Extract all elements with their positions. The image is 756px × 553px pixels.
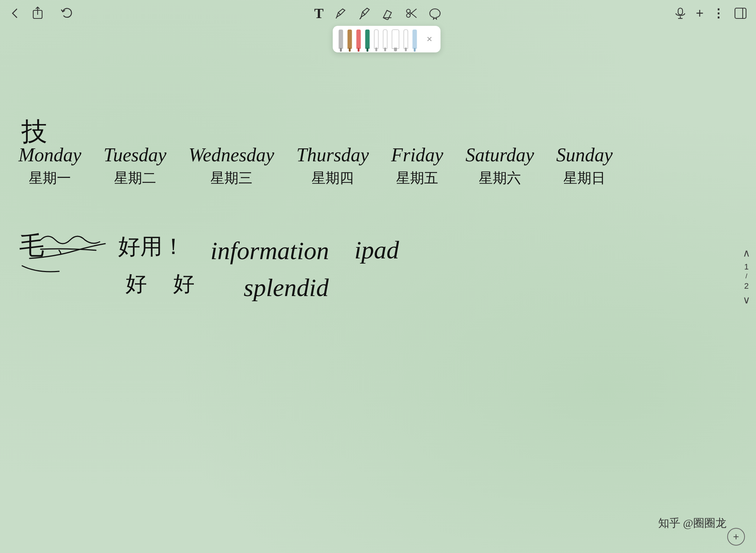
- svg-rect-10: [678, 8, 683, 15]
- squiggle-svg: [37, 225, 118, 255]
- svg-line-8: [410, 9, 417, 14]
- total-pages: 2: [744, 281, 749, 291]
- page-indicator: 1 / 2: [744, 262, 749, 291]
- svg-line-4: [363, 12, 365, 15]
- thursday-chinese: 星期四: [312, 169, 354, 188]
- monday-english: Monday: [18, 144, 81, 166]
- pen-flat[interactable]: [392, 30, 399, 49]
- svg-line-2: [339, 13, 341, 15]
- svg-line-9: [410, 12, 417, 18]
- monday-chinese: 星期一: [29, 169, 71, 188]
- days-of-week: Monday 星期一 Tuesday 星期二 Wednesday 星期三 Thu…: [18, 144, 613, 188]
- toolbar-right: + ⋮: [674, 6, 747, 21]
- day-wednesday: Wednesday 星期三: [189, 144, 274, 188]
- label-good-use: 好用！: [118, 232, 185, 262]
- chevron-up-icon[interactable]: ∧: [743, 247, 750, 259]
- saturday-chinese: 星期六: [479, 169, 521, 188]
- pen-outline-2[interactable]: [383, 30, 387, 49]
- eraser-tool-button[interactable]: [381, 7, 395, 20]
- day-friday: Friday 星期五: [391, 144, 443, 188]
- label-good-good: 好 好: [126, 269, 205, 298]
- share-button[interactable]: [31, 7, 44, 20]
- label-splendid: splendid: [244, 273, 329, 302]
- canvas-area[interactable]: 技 Monday 星期一 Tuesday 星期二 Wednesday 星期三 T…: [0, 0, 756, 553]
- day-tuesday: Tuesday 星期二: [103, 144, 166, 188]
- svg-point-6: [407, 14, 410, 17]
- wednesday-chinese: 星期三: [210, 169, 252, 188]
- sunday-chinese: 星期日: [563, 169, 605, 188]
- sidebar-toggle-button[interactable]: [734, 7, 747, 20]
- thursday-english: Thursday: [296, 144, 369, 166]
- label-ipad: ipad: [354, 236, 399, 265]
- current-page: 1: [744, 262, 749, 272]
- friday-chinese: 星期五: [396, 169, 438, 188]
- day-sunday: Sunday 星期日: [556, 144, 613, 188]
- friday-english: Friday: [391, 144, 443, 166]
- day-monday: Monday 星期一: [18, 144, 81, 188]
- scissors-tool-button[interactable]: [405, 7, 418, 20]
- tuesday-english: Tuesday: [103, 144, 166, 166]
- pen-tool-button[interactable]: [334, 7, 347, 20]
- label-brush-char: 毛: [19, 229, 44, 262]
- handwriting-overlay: [0, 0, 756, 553]
- toolbar-left: [9, 7, 44, 20]
- page-slash: /: [745, 272, 747, 281]
- day-saturday: Saturday 星期六: [465, 144, 534, 188]
- watermark: 知乎 @圈圈龙: [658, 516, 726, 531]
- toolbar-center: T: [314, 5, 441, 21]
- day-thursday: Thursday 星期四: [296, 144, 369, 188]
- tuesday-chinese: 星期二: [114, 169, 156, 188]
- pen-picker-close[interactable]: ✕: [424, 34, 434, 44]
- pen-salmon[interactable]: [356, 30, 361, 49]
- more-options-button[interactable]: ⋮: [712, 6, 725, 20]
- lasso-tool-button[interactable]: [429, 7, 442, 20]
- add-button[interactable]: +: [696, 6, 704, 21]
- pen-picker-panel: ✕: [333, 26, 440, 52]
- undo-button[interactable]: [60, 7, 73, 20]
- pen-outline-3[interactable]: [403, 30, 408, 49]
- right-sidebar: ∧ 1 / 2 ∨: [737, 0, 756, 553]
- wednesday-english: Wednesday: [189, 144, 274, 166]
- microphone-button[interactable]: [674, 7, 687, 20]
- pen-lightblue[interactable]: [412, 30, 417, 49]
- label-information: information: [210, 236, 329, 265]
- pen-teal[interactable]: [365, 30, 370, 49]
- undo-area: [44, 7, 89, 20]
- marker-tool-button[interactable]: [358, 7, 371, 20]
- pen-outline-1[interactable]: [374, 30, 378, 49]
- back-button[interactable]: [9, 7, 22, 20]
- svg-line-3: [336, 17, 337, 18]
- saturday-english: Saturday: [465, 144, 534, 166]
- chevron-down-icon[interactable]: ∨: [743, 294, 750, 306]
- pen-brown[interactable]: [347, 30, 352, 49]
- svg-point-7: [407, 9, 410, 13]
- sunday-english: Sunday: [556, 144, 613, 166]
- toolbar: T: [0, 0, 756, 27]
- svg-rect-13: [735, 8, 746, 18]
- text-tool-button[interactable]: T: [314, 5, 323, 21]
- pen-gray[interactable]: [339, 30, 343, 49]
